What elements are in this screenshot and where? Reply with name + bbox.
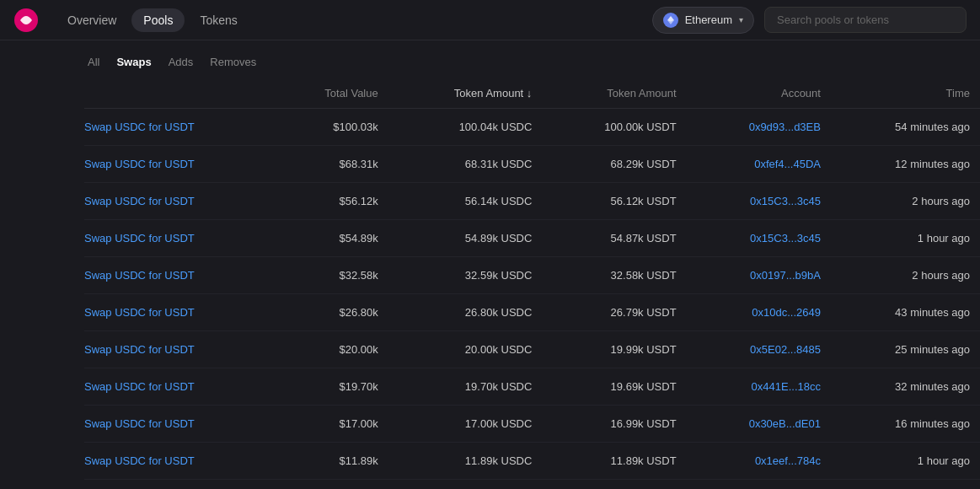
- network-selector[interactable]: Ethereum ▾: [652, 7, 754, 34]
- top-navigation: Overview Pools Tokens Ethereum ▾: [0, 0, 980, 40]
- account-link[interactable]: 0x0197...b9bA: [750, 269, 821, 282]
- cell-account[interactable]: 0x30eB...dE01: [687, 406, 831, 443]
- col-account[interactable]: Account: [687, 80, 831, 109]
- cell-token-amount-2: 19.99k USDT: [542, 331, 686, 368]
- cell-token-amount-1: 20.00k USDC: [388, 331, 543, 368]
- cell-time: 1 hour ago: [831, 220, 980, 257]
- nav-links: Overview Pools Tokens: [56, 8, 249, 32]
- cell-token-amount-1: 56.14k USDC: [388, 183, 543, 220]
- swap-action-link[interactable]: Swap USDC for USDT: [84, 417, 195, 430]
- cell-account[interactable]: 0x441E...18cc: [687, 368, 831, 406]
- col-total-value[interactable]: Total Value: [273, 80, 388, 109]
- filter-row: All Swaps Adds Removes: [84, 40, 980, 80]
- cell-token-amount-2: 54.87k USDT: [542, 220, 686, 257]
- col-time[interactable]: Time: [831, 80, 980, 109]
- table-row: Swap USDC for USDT$19.70k19.70k USDC19.6…: [84, 368, 980, 406]
- cell-account[interactable]: 0x15C3...3c45: [687, 220, 831, 257]
- cell-time: 12 minutes ago: [831, 146, 980, 183]
- app-logo[interactable]: [13, 8, 39, 33]
- table-row: Swap USDC for USDT$56.12k56.14k USDC56.1…: [84, 183, 980, 220]
- account-link[interactable]: 0x1eef...784c: [755, 454, 821, 467]
- cell-account[interactable]: 0x10dc...2649: [687, 294, 831, 331]
- nav-tokens[interactable]: Tokens: [188, 8, 249, 32]
- cell-token-amount-2: 26.79k USDT: [542, 294, 686, 331]
- col-action: [84, 80, 273, 109]
- swap-action-link[interactable]: Swap USDC for USDT: [84, 454, 195, 467]
- cell-account[interactable]: 0x0197...b9bA: [687, 257, 831, 294]
- cell-token-amount-1: 100.04k USDC: [388, 109, 543, 146]
- cell-token-amount-2: 11.89k USDT: [542, 443, 686, 480]
- table-row: Swap USDC for USDT$17.00k17.00k USDC16.9…: [84, 406, 980, 443]
- account-link[interactable]: 0xfef4...45DA: [754, 158, 821, 170]
- cell-token-amount-2: 19.69k USDT: [542, 368, 686, 406]
- cell-token-amount-2: 32.58k USDT: [542, 257, 686, 294]
- cell-account[interactable]: 0x5E02...8485: [687, 331, 831, 368]
- cell-token-amount-1: 68.31k USDC: [388, 146, 543, 183]
- filter-removes[interactable]: Removes: [206, 54, 260, 70]
- swap-action-link[interactable]: Swap USDC for USDT: [84, 380, 195, 393]
- cell-token-amount-1: 32.59k USDC: [388, 257, 543, 294]
- table-container: All Swaps Adds Removes Total Value Token…: [0, 40, 980, 489]
- cell-total-value: $11.89k: [273, 443, 388, 480]
- cell-account[interactable]: 0x15C3...3c45: [687, 183, 831, 220]
- cell-account[interactable]: 0x9d93...d3EB: [687, 109, 831, 146]
- table-row: Swap USDC for USDT$54.89k54.89k USDC54.8…: [84, 220, 980, 257]
- network-label: Ethereum: [685, 13, 732, 26]
- swap-action-link[interactable]: Swap USDC for USDT: [84, 269, 195, 282]
- cell-token-amount-2: 56.12k USDT: [542, 183, 686, 220]
- cell-time: 43 minutes ago: [831, 294, 980, 331]
- col-token-amount-1[interactable]: Token Amount ↓: [388, 80, 543, 109]
- table-body: Swap USDC for USDT$100.03k100.04k USDC10…: [84, 109, 980, 480]
- cell-total-value: $20.00k: [273, 331, 388, 368]
- swap-action-link[interactable]: Swap USDC for USDT: [84, 232, 195, 244]
- swap-action-link[interactable]: Swap USDC for USDT: [84, 158, 195, 170]
- table-header-row: Total Value Token Amount ↓ Token Amount …: [84, 80, 980, 109]
- ethereum-network-icon: [663, 13, 678, 28]
- cell-token-amount-1: 11.89k USDC: [388, 443, 543, 480]
- filter-swaps[interactable]: Swaps: [113, 54, 154, 70]
- table-row: Swap USDC for USDT$32.58k32.59k USDC32.5…: [84, 257, 980, 294]
- nav-pools[interactable]: Pools: [131, 8, 185, 32]
- cell-total-value: $56.12k: [273, 183, 388, 220]
- cell-account[interactable]: 0xfef4...45DA: [687, 146, 831, 183]
- cell-time: 16 minutes ago: [831, 406, 980, 443]
- table-row: Swap USDC for USDT$20.00k20.00k USDC19.9…: [84, 331, 980, 368]
- cell-token-amount-2: 100.00k USDT: [542, 109, 686, 146]
- table-row: Swap USDC for USDT$11.89k11.89k USDC11.8…: [84, 443, 980, 480]
- cell-total-value: $68.31k: [273, 146, 388, 183]
- cell-token-amount-1: 54.89k USDC: [388, 220, 543, 257]
- account-link[interactable]: 0x10dc...2649: [752, 306, 821, 319]
- account-link[interactable]: 0x441E...18cc: [752, 380, 821, 393]
- cell-total-value: $54.89k: [273, 220, 388, 257]
- account-link[interactable]: 0x9d93...d3EB: [749, 121, 821, 133]
- swap-action-link[interactable]: Swap USDC for USDT: [84, 121, 195, 133]
- cell-total-value: $19.70k: [273, 368, 388, 406]
- search-input[interactable]: [764, 7, 967, 33]
- transactions-table: Total Value Token Amount ↓ Token Amount …: [84, 80, 980, 480]
- account-link[interactable]: 0x5E02...8485: [750, 343, 821, 356]
- account-link[interactable]: 0x15C3...3c45: [750, 232, 821, 244]
- cell-token-amount-1: 26.80k USDC: [388, 294, 543, 331]
- nav-overview[interactable]: Overview: [56, 8, 128, 32]
- chevron-down-icon: ▾: [739, 15, 743, 24]
- cell-token-amount-2: 16.99k USDT: [542, 406, 686, 443]
- cell-time: 25 minutes ago: [831, 331, 980, 368]
- swap-action-link[interactable]: Swap USDC for USDT: [84, 343, 195, 356]
- cell-token-amount-1: 19.70k USDC: [388, 368, 543, 406]
- cell-time: 2 hours ago: [831, 183, 980, 220]
- swap-action-link[interactable]: Swap USDC for USDT: [84, 306, 195, 319]
- cell-time: 2 hours ago: [831, 257, 980, 294]
- cell-account[interactable]: 0x1eef...784c: [687, 443, 831, 480]
- swap-action-link[interactable]: Swap USDC for USDT: [84, 195, 195, 207]
- cell-time: 32 minutes ago: [831, 368, 980, 406]
- table-row: Swap USDC for USDT$68.31k68.31k USDC68.2…: [84, 146, 980, 183]
- cell-token-amount-2: 68.29k USDT: [542, 146, 686, 183]
- filter-all[interactable]: All: [84, 54, 103, 70]
- table-row: Swap USDC for USDT$100.03k100.04k USDC10…: [84, 109, 980, 146]
- account-link[interactable]: 0x30eB...dE01: [749, 417, 821, 430]
- filter-adds[interactable]: Adds: [165, 54, 197, 70]
- cell-total-value: $26.80k: [273, 294, 388, 331]
- table-row: Swap USDC for USDT$26.80k26.80k USDC26.7…: [84, 294, 980, 331]
- col-token-amount-2[interactable]: Token Amount: [542, 80, 686, 109]
- account-link[interactable]: 0x15C3...3c45: [750, 195, 821, 207]
